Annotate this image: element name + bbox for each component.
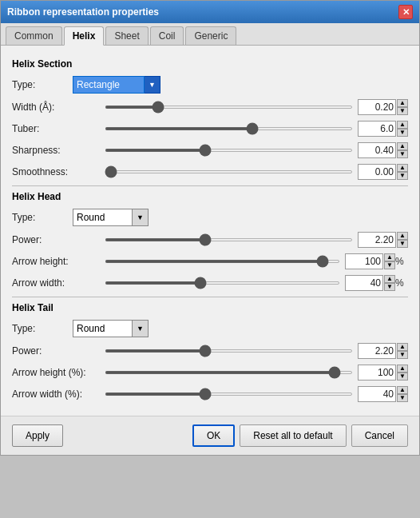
tuber-spin-up[interactable]: ▲	[397, 121, 408, 129]
tuber-label: Tuber:	[12, 123, 100, 134]
head-arrow-width-slider-container	[105, 281, 340, 285]
tail-arrow-width-label: Arrow width (%):	[12, 388, 100, 400]
tuber-value-row: ▲ ▼	[358, 121, 408, 137]
head-arrow-height-value-row: ▲ ▼ %	[345, 253, 408, 269]
head-power-slider[interactable]	[105, 238, 353, 241]
width-row: Width (Å): ▲ ▼	[12, 99, 408, 115]
smoothness-spin-down[interactable]: ▼	[397, 172, 408, 180]
tail-power-label: Power:	[12, 345, 100, 357]
tail-arrow-width-value[interactable]	[358, 386, 396, 402]
smoothness-spinbox: ▲ ▼	[397, 164, 408, 180]
head-power-value[interactable]	[358, 232, 396, 248]
helix-tail-title: Helix Tail	[12, 302, 408, 313]
apply-button[interactable]: Apply	[12, 424, 63, 447]
head-arrow-height-spin-down[interactable]: ▼	[384, 261, 395, 269]
tail-arrow-width-slider[interactable]	[105, 392, 353, 396]
type-dropdown-arrow[interactable]: ▼	[145, 76, 160, 94]
tab-common[interactable]: Common	[6, 26, 62, 45]
head-arrow-width-unit: %	[395, 277, 408, 289]
tuber-slider[interactable]	[105, 127, 353, 130]
tail-power-value[interactable]	[358, 343, 396, 359]
tail-arrow-width-row: Arrow width (%): ▲ ▼	[12, 386, 408, 402]
head-type-dropdown-arrow[interactable]: ▼	[133, 209, 149, 226]
head-arrow-height-slider-container	[105, 260, 340, 263]
tail-type-select[interactable]: Round	[73, 320, 133, 337]
head-arrow-height-slider[interactable]	[105, 260, 340, 263]
head-type-dropdown-container: Round ▼	[73, 209, 149, 226]
head-type-row: Type: Round ▼	[12, 209, 408, 226]
width-slider[interactable]	[105, 106, 353, 109]
close-button[interactable]: ✕	[398, 5, 413, 19]
sharpness-spin-up[interactable]: ▲	[397, 142, 408, 150]
cancel-button[interactable]: Cancel	[351, 424, 408, 447]
width-spin-up[interactable]: ▲	[397, 99, 408, 107]
window-title: Ribbon representation properties	[7, 6, 159, 18]
head-power-row: Power: ▲ ▼	[12, 232, 408, 248]
type-select[interactable]: Rectangle	[73, 76, 145, 94]
width-label: Width (Å):	[12, 102, 100, 113]
smoothness-slider-container	[105, 170, 353, 173]
head-power-label: Power:	[12, 234, 100, 245]
tail-arrow-height-spinbox: ▲ ▼	[397, 365, 408, 381]
head-arrow-height-value[interactable]	[345, 253, 383, 269]
tail-arrow-width-spin-down[interactable]: ▼	[397, 394, 408, 402]
sharpness-spin-down[interactable]: ▼	[397, 150, 408, 158]
tail-arrow-width-spin-up[interactable]: ▲	[397, 386, 408, 394]
tail-type-label: Type:	[12, 323, 68, 334]
tab-sheet[interactable]: Sheet	[105, 26, 148, 45]
head-power-slider-container	[105, 238, 353, 241]
tail-arrow-height-spin-up[interactable]: ▲	[397, 365, 408, 373]
width-spin-down[interactable]: ▼	[397, 107, 408, 115]
tail-power-spin-up[interactable]: ▲	[397, 343, 408, 351]
head-arrow-width-value-row: ▲ ▼ %	[345, 275, 408, 291]
tail-arrow-height-spin-down[interactable]: ▼	[397, 373, 408, 381]
head-arrow-height-row: Arrow height: ▲ ▼ %	[12, 253, 408, 269]
type-row: Type: Rectangle ▼	[12, 76, 408, 94]
head-arrow-width-label: Arrow width:	[12, 277, 100, 289]
tail-arrow-height-slider[interactable]	[105, 371, 353, 374]
tail-arrow-height-label: Arrow height (%):	[12, 367, 100, 378]
smoothness-slider[interactable]	[105, 170, 353, 173]
sharpness-slider[interactable]	[105, 149, 353, 152]
head-arrow-height-spin-up[interactable]: ▲	[384, 253, 395, 261]
width-value[interactable]	[358, 99, 396, 115]
divider-2	[12, 297, 408, 297]
tab-generic[interactable]: Generic	[185, 26, 236, 45]
head-arrow-height-unit: %	[395, 256, 408, 267]
tail-power-row: Power: ▲ ▼	[12, 343, 408, 359]
ok-button[interactable]: OK	[192, 424, 235, 447]
sharpness-value[interactable]	[358, 142, 396, 158]
tab-helix[interactable]: Helix	[64, 26, 105, 46]
helix-section-title: Helix Section	[12, 58, 408, 70]
tail-arrow-height-value-row: ▲ ▼	[358, 365, 408, 381]
divider-1	[12, 185, 408, 186]
tail-arrow-height-value[interactable]	[358, 365, 396, 381]
head-power-spin-down[interactable]: ▼	[397, 240, 408, 248]
head-arrow-width-row: Arrow width: ▲ ▼ %	[12, 275, 408, 291]
head-arrow-width-value[interactable]	[345, 275, 383, 291]
sharpness-spinbox: ▲ ▼	[397, 142, 408, 158]
sharpness-label: Sharpness:	[12, 145, 100, 156]
head-arrow-width-slider[interactable]	[105, 281, 340, 285]
head-arrow-width-spin-down[interactable]: ▼	[384, 283, 395, 291]
reset-button[interactable]: Reset all to default	[240, 424, 346, 447]
tuber-spin-down[interactable]: ▼	[397, 129, 408, 137]
tuber-row: Tuber: ▲ ▼	[12, 121, 408, 137]
head-type-select[interactable]: Round	[73, 209, 133, 226]
tail-power-slider[interactable]	[105, 349, 353, 353]
tuber-value[interactable]	[358, 121, 396, 137]
head-arrow-width-spin-up[interactable]: ▲	[384, 275, 395, 283]
head-power-spin-up[interactable]: ▲	[397, 232, 408, 240]
sharpness-slider-container	[105, 149, 353, 152]
tab-coil[interactable]: Coil	[150, 26, 184, 45]
footer: Apply OK Reset all to default Cancel	[1, 416, 419, 455]
tail-arrow-width-slider-container	[105, 392, 353, 396]
smoothness-value[interactable]	[358, 164, 396, 180]
smoothness-spin-up[interactable]: ▲	[397, 164, 408, 172]
helix-head-title: Helix Head	[12, 191, 408, 202]
main-window: Ribbon representation properties ✕ Commo…	[0, 0, 420, 456]
width-spinbox: ▲ ▼	[397, 99, 408, 115]
tail-power-spin-down[interactable]: ▼	[397, 351, 408, 359]
tail-type-dropdown-arrow[interactable]: ▼	[133, 320, 149, 337]
smoothness-value-row: ▲ ▼	[358, 164, 408, 180]
